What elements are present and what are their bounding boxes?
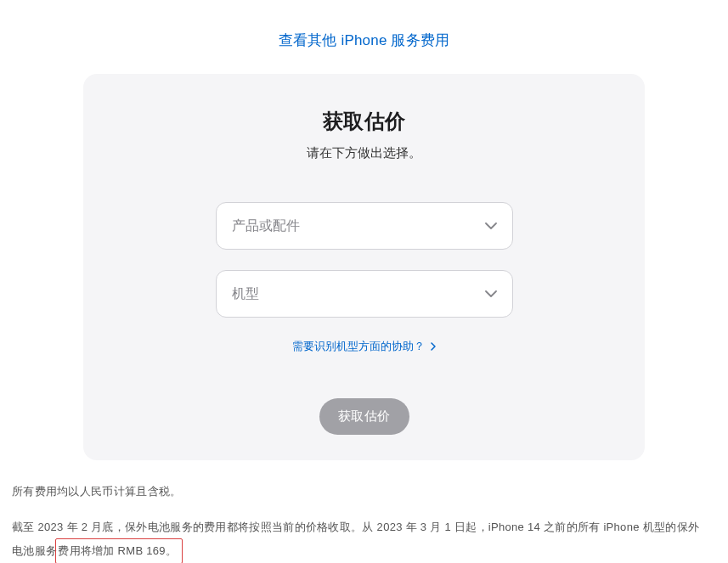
model-select[interactable]: 机型 bbox=[216, 270, 513, 318]
chevron-down-icon bbox=[485, 222, 497, 229]
product-select-placeholder: 产品或配件 bbox=[232, 217, 300, 235]
model-select-wrapper: 机型 bbox=[216, 270, 513, 318]
footer-price-highlight: 费用将增加 RMB 169。 bbox=[55, 538, 183, 563]
chevron-down-icon bbox=[485, 290, 497, 297]
footer-tax-note: 所有费用均以人民币计算且含税。 bbox=[12, 481, 708, 503]
card-title: 获取估价 bbox=[117, 108, 611, 135]
identify-model-help-link[interactable]: 需要识别机型方面的协助？ bbox=[292, 340, 437, 352]
chevron-right-icon bbox=[431, 341, 436, 353]
estimate-card: 获取估价 请在下方做出选择。 产品或配件 机型 需要识别机型方面的协助？ 获取估… bbox=[83, 74, 645, 460]
view-other-services-link-wrapper: 查看其他 iPhone 服务费用 bbox=[0, 0, 728, 74]
view-other-services-link[interactable]: 查看其他 iPhone 服务费用 bbox=[279, 32, 450, 48]
product-select-wrapper: 产品或配件 bbox=[216, 202, 513, 250]
footer-price-note: 截至 2023 年 2 月底，保外电池服务的费用都将按照当前的价格收取。从 20… bbox=[12, 516, 708, 563]
card-subtitle: 请在下方做出选择。 bbox=[117, 145, 611, 161]
footer-notes: 所有费用均以人民币计算且含税。 截至 2023 年 2 月底，保外电池服务的费用… bbox=[12, 481, 708, 563]
help-link-wrapper: 需要识别机型方面的协助？ bbox=[117, 338, 611, 354]
model-select-placeholder: 机型 bbox=[232, 285, 259, 303]
product-select[interactable]: 产品或配件 bbox=[216, 202, 513, 250]
get-estimate-button[interactable]: 获取估价 bbox=[319, 398, 409, 435]
help-link-text: 需要识别机型方面的协助？ bbox=[292, 340, 425, 352]
